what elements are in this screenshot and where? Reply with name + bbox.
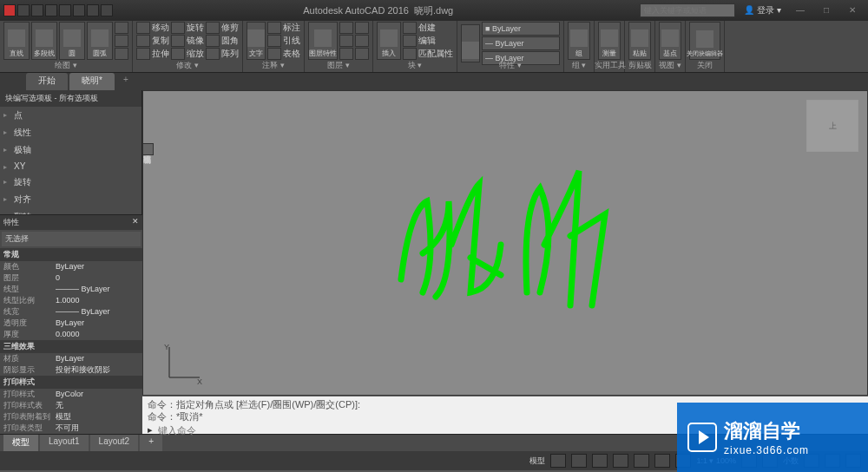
fillet-tool[interactable] — [206, 35, 220, 47]
minimize-button[interactable]: — — [790, 4, 811, 16]
arc-tool[interactable]: 圆弧 — [87, 22, 113, 60]
layout-model[interactable]: 模型 — [3, 435, 38, 451]
qat-undo[interactable] — [87, 4, 99, 16]
ribbon-panel-group: 组 ▾ — [564, 60, 594, 71]
sb-osnap[interactable] — [634, 454, 649, 468]
ucs-icon[interactable]: YX — [161, 343, 204, 386]
app-menu-button[interactable] — [3, 4, 16, 16]
ribbon-panel-close: 关闭 — [686, 60, 724, 71]
new-tab-button[interactable]: + — [116, 73, 135, 90]
param-point[interactable]: 点 — [0, 107, 141, 124]
qat-save[interactable] — [45, 4, 57, 16]
layer-sm4[interactable] — [355, 22, 369, 34]
table-tool[interactable] — [267, 48, 281, 60]
draw-sm1[interactable] — [115, 22, 128, 34]
polyline-tool[interactable]: 多段线 — [31, 22, 57, 60]
dim-tool[interactable] — [267, 22, 281, 34]
props-sec-print: 打印样式 — [0, 376, 142, 389]
paste-tool[interactable]: 粘贴 — [628, 22, 651, 60]
ribbon-panel-draw: 绘图 ▾ — [0, 60, 132, 71]
sb-grid[interactable] — [550, 454, 566, 468]
param-xy[interactable]: XY — [0, 159, 141, 174]
color-combo[interactable]: ■ ByLayer — [482, 22, 560, 36]
circle-tool[interactable]: 圆 — [59, 22, 85, 60]
drawing-content — [384, 158, 627, 316]
ribbon-panel-block: 块 ▾ — [373, 60, 457, 71]
insert-tool[interactable]: 插入 — [377, 22, 401, 60]
edit-block[interactable] — [403, 35, 417, 47]
scale-tool[interactable] — [171, 48, 185, 60]
sb-mode[interactable]: 模型 — [529, 456, 545, 467]
drawing-canvas[interactable]: 块编写选项板 上 YX — [142, 90, 868, 396]
close-button[interactable]: ✕ — [842, 4, 863, 16]
layer-sm3[interactable] — [339, 48, 353, 60]
help-search-input[interactable] — [640, 3, 735, 17]
qat-open[interactable] — [31, 4, 43, 16]
props-selection[interactable]: 无选择 — [2, 232, 141, 246]
lineweight-combo[interactable]: — ByLayer — [482, 36, 560, 50]
ribbon-panel-utils: 实用工具 — [595, 60, 624, 71]
param-flip[interactable]: 翻转 — [0, 208, 141, 214]
play-icon — [687, 423, 717, 452]
qat-new[interactable] — [17, 4, 30, 16]
array-tool[interactable] — [206, 48, 220, 60]
ribbon-panel-annotate: 注释 ▾ — [243, 60, 304, 71]
tab-start[interactable]: 开始 — [26, 73, 68, 90]
qat-print[interactable] — [73, 4, 85, 16]
rotate-tool[interactable] — [171, 22, 185, 34]
props-title: 特性 — [3, 217, 19, 228]
props-sec-3d: 三维效果 — [0, 340, 142, 353]
move-tool[interactable] — [136, 22, 150, 34]
text-tool[interactable]: 文字 — [247, 22, 266, 60]
group-tool[interactable]: 组 — [568, 22, 590, 60]
qat-redo[interactable] — [101, 4, 113, 16]
props-sec-general: 常规 — [0, 248, 142, 261]
block-palette: 块编写选项板 - 所有选项板 点 线性 极轴 XY 旋转 对齐 翻转 可见性 查… — [0, 90, 142, 214]
viewcube[interactable]: 上 — [806, 100, 858, 152]
layer-props-tool[interactable]: 图层特性 — [308, 22, 338, 60]
layer-sm5[interactable] — [355, 35, 369, 47]
layout-2[interactable]: Layout2 — [90, 435, 139, 451]
line-tool[interactable]: 直线 — [3, 22, 30, 60]
param-linear[interactable]: 线性 — [0, 124, 141, 141]
copy-tool[interactable] — [136, 35, 150, 47]
param-rotation[interactable]: 旋转 — [0, 174, 141, 191]
param-polar[interactable]: 极轴 — [0, 141, 141, 159]
match-attr[interactable] — [403, 48, 417, 60]
window-title: Autodesk AutoCAD 2016 晓明.dwg — [116, 4, 640, 17]
layout-1[interactable]: Layout1 — [40, 435, 89, 451]
ribbon-panel-layers: 图层 ▾ — [305, 60, 372, 71]
palette-header: 块编写选项板 - 所有选项板 — [0, 90, 141, 107]
sb-snap[interactable] — [571, 454, 587, 468]
tab-active-doc[interactable]: 晓明* — [69, 73, 115, 90]
measure-tool[interactable]: 测量 — [598, 22, 621, 60]
mirror-tool[interactable] — [171, 35, 185, 47]
layout-add[interactable]: + — [140, 435, 162, 451]
layer-sm1[interactable] — [339, 22, 353, 34]
maximize-button[interactable]: □ — [816, 4, 837, 16]
properties-palette: 特性✕ 无选择 常规 颜色ByLayer 图层0 线型——— ByLayer 线… — [0, 214, 142, 434]
login-button[interactable]: 👤 登录 ▾ — [744, 4, 781, 16]
layer-sm6[interactable] — [355, 48, 369, 60]
leader-tool[interactable] — [267, 35, 281, 47]
base-tool[interactable]: 基点 — [659, 22, 681, 60]
sb-ortho[interactable] — [592, 454, 608, 468]
match-props-tool[interactable] — [461, 24, 480, 62]
ribbon-panel-clip: 剪贴板 — [625, 60, 654, 71]
close-block-editor[interactable]: 关闭块编辑器 — [689, 22, 720, 60]
palette-vertical-tab[interactable]: 块编写选项板 — [142, 143, 154, 155]
sb-otrack[interactable] — [654, 454, 670, 468]
qat-saveas[interactable] — [59, 4, 71, 16]
cmd-input[interactable] — [158, 425, 332, 436]
layer-sm2[interactable] — [339, 35, 353, 47]
ribbon: 直线 多段线 圆 圆弧 绘图 ▾ 移动旋转修剪 复制镜像圆角 拉伸缩放阵列 修改… — [0, 21, 868, 73]
trim-tool[interactable] — [206, 22, 220, 34]
stretch-tool[interactable] — [136, 48, 150, 60]
sb-polar[interactable] — [613, 454, 628, 468]
param-alignment[interactable]: 对齐 — [0, 191, 141, 208]
draw-sm2[interactable] — [115, 35, 128, 47]
create-block[interactable] — [403, 22, 417, 34]
titlebar: Autodesk AutoCAD 2016 晓明.dwg 👤 登录 ▾ — □ … — [0, 0, 868, 21]
draw-sm3[interactable] — [115, 48, 128, 60]
ribbon-panel-props: 特性 ▾ — [457, 60, 563, 71]
